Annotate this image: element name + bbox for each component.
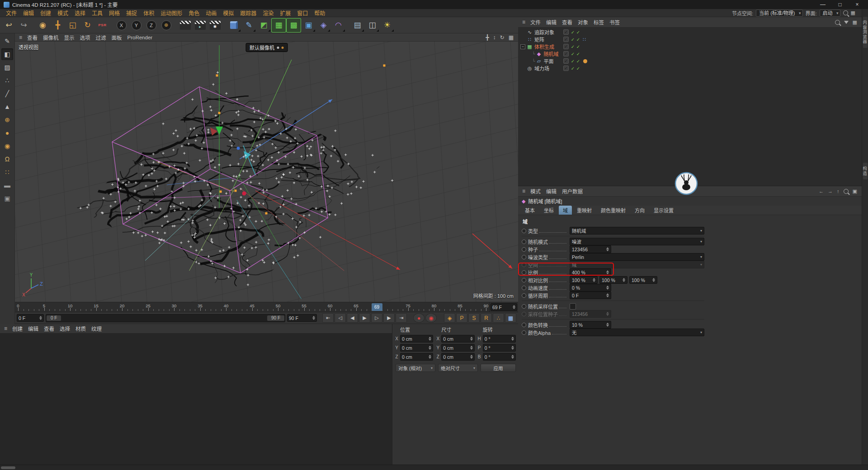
object-manager-hamburger-icon[interactable]: ≡: [520, 19, 528, 25]
play-button[interactable]: ▶: [359, 313, 370, 323]
menu-item-8[interactable]: 体积: [140, 9, 157, 17]
coord-rotation-H-input[interactable]: 0 °: [483, 335, 516, 343]
material-menu-item-3[interactable]: 选择: [57, 325, 73, 332]
layer-toggle[interactable]: ✓: [563, 51, 569, 56]
subdivision-surface-button[interactable]: ◩: [256, 18, 271, 33]
menu-item-13[interactable]: 跟踪器: [237, 9, 259, 17]
material-hamburger-icon[interactable]: ≡: [2, 325, 9, 332]
point-mode-button[interactable]: ∴: [1, 75, 13, 86]
goto-end-button[interactable]: ⇥: [396, 313, 407, 323]
end-frame-field[interactable]: 90 F: [287, 314, 317, 322]
search-icon[interactable]: [843, 10, 848, 15]
material-menu-item-4[interactable]: 材质: [73, 325, 89, 332]
am-lock-icon[interactable]: ▣: [853, 188, 857, 194]
layer-toggle[interactable]: ✓: [563, 29, 569, 35]
tab-5[interactable]: 方向: [631, 206, 649, 215]
maximize-button[interactable]: □: [837, 1, 843, 8]
object-manager-menu-item-2[interactable]: 查看: [559, 19, 575, 26]
expand-toggle[interactable]: −: [520, 44, 525, 49]
random-sample-checkbox[interactable]: [570, 303, 576, 310]
coord-size-Y-input[interactable]: 0 cm: [441, 344, 474, 352]
scale-input[interactable]: 400 %: [570, 268, 611, 276]
deformer-button[interactable]: ◠: [331, 18, 346, 33]
object-manager-menu-item-5[interactable]: 书签: [607, 19, 623, 26]
animation-speed-input[interactable]: 0 %: [570, 284, 611, 291]
tab-4[interactable]: 颜色重映射: [597, 206, 630, 215]
layer-toggle[interactable]: ✓: [563, 58, 569, 64]
viewport-menu-item-1[interactable]: 摄像机: [40, 34, 61, 41]
render-enable-toggle[interactable]: ✓: [576, 66, 581, 71]
anim-dot-noise-type[interactable]: [522, 255, 526, 259]
viewport-canvas[interactable]: YZX: [15, 42, 518, 302]
render-picture-viewer-button[interactable]: ▸: [193, 18, 208, 33]
autokeying-button[interactable]: ◉: [425, 313, 437, 323]
anim-dot-sample-seed[interactable]: [522, 312, 526, 316]
keyframe-presets-button[interactable]: ▦: [505, 313, 516, 323]
spline-pen-button[interactable]: ✎: [241, 18, 256, 33]
coord-size-Z-input[interactable]: 0 cm: [441, 353, 474, 361]
menu-item-2[interactable]: 创建: [37, 9, 54, 17]
coord-position-X-input[interactable]: 0 cm: [400, 335, 433, 343]
close-button[interactable]: ×: [854, 1, 860, 8]
space-dropdown[interactable]: 域▾: [570, 261, 704, 268]
field-object-button[interactable]: ◈: [316, 18, 331, 33]
minimize-button[interactable]: —: [820, 1, 826, 8]
lock-y-axis-button[interactable]: Y: [129, 18, 144, 33]
volume-builder-button[interactable]: ▦: [271, 18, 286, 33]
menu-item-10[interactable]: 角色: [185, 9, 203, 17]
random-mode-dropdown[interactable]: 噪波▾: [570, 238, 704, 245]
render-enable-toggle[interactable]: ✓: [576, 30, 581, 35]
add-primitive-button[interactable]: [226, 18, 241, 33]
viewport-menu-item-2[interactable]: 显示: [61, 34, 77, 41]
anim-dot-space[interactable]: [522, 263, 526, 267]
scale-tool-button[interactable]: ◱: [65, 18, 80, 33]
workplane-mode-button[interactable]: ▬: [1, 179, 13, 191]
pan-view-icon[interactable]: ╋: [486, 34, 489, 41]
tab-6[interactable]: 显示设置: [650, 206, 678, 215]
redo-button[interactable]: ↪: [16, 18, 31, 33]
om-filter-icon[interactable]: [844, 21, 849, 24]
coord-rotation-B-input[interactable]: 0 °: [483, 353, 516, 361]
orbit-view-icon[interactable]: ↻: [500, 34, 505, 41]
menu-item-3[interactable]: 模式: [54, 9, 71, 17]
type-dropdown[interactable]: 随机域▾: [570, 227, 704, 235]
layout-icon[interactable]: ▦: [851, 10, 855, 16]
menu-item-11[interactable]: 动画: [203, 9, 220, 17]
coord-mode-dropdown[interactable]: 对象 (相对)▾: [396, 364, 435, 372]
solo-mode-button[interactable]: ●: [1, 127, 13, 139]
current-frame-marker[interactable]: 69: [372, 303, 382, 311]
current-frame-field[interactable]: 69 F: [491, 303, 517, 311]
snap-toggle-button[interactable]: Ω: [1, 153, 13, 165]
tab-1[interactable]: 坐标: [540, 206, 558, 215]
anim-dot-animation-speed[interactable]: [522, 286, 526, 290]
last-tool-psr-button[interactable]: PSR: [95, 18, 110, 33]
viewport-menu-item-5[interactable]: 面板: [109, 34, 125, 41]
prev-key-button[interactable]: ◁: [335, 313, 346, 323]
menu-item-5[interactable]: 工具: [89, 9, 106, 17]
attribute-hamburger-icon[interactable]: ≡: [520, 188, 528, 194]
menu-item-6[interactable]: 网格: [106, 9, 123, 17]
render-enable-toggle[interactable]: ✓: [576, 37, 581, 42]
move-tool-button[interactable]: ╋: [50, 18, 65, 33]
om-search-icon[interactable]: [835, 20, 840, 25]
anim-dot-color-transform[interactable]: [522, 323, 526, 327]
coord-size-X-input[interactable]: 0 cm: [441, 335, 474, 343]
menu-item-14[interactable]: 渲染: [259, 9, 277, 17]
rotate-tool-button[interactable]: ↻: [80, 18, 95, 33]
menu-item-0[interactable]: 文件: [3, 9, 20, 17]
quantize-toggle-button[interactable]: ∷: [1, 166, 13, 178]
viewport-menu-item-0[interactable]: 查看: [24, 34, 40, 41]
editor-enable-toggle[interactable]: ✓: [570, 37, 576, 42]
node-space-dropdown[interactable]: 当前 (标准/物理): [756, 9, 802, 17]
interface-dropdown[interactable]: 启动: [820, 9, 840, 17]
horizontal-scrollbar[interactable]: [1, 466, 15, 469]
start-frame-field[interactable]: 0 F: [17, 314, 44, 322]
object-row-field-force[interactable]: ◎域力场✓✓✓: [518, 65, 862, 72]
camera-badge[interactable]: 默认摄像机: [245, 43, 288, 52]
menu-item-7[interactable]: 捕捉: [123, 9, 140, 17]
menu-item-17[interactable]: 帮助: [311, 9, 328, 17]
attribute-manager-menu-item-0[interactable]: 模式: [528, 188, 543, 195]
sample-seed-input[interactable]: 123456: [570, 310, 611, 318]
dolly-view-icon[interactable]: ↕: [493, 34, 496, 41]
lock-workplane-button[interactable]: ▣: [1, 193, 13, 204]
